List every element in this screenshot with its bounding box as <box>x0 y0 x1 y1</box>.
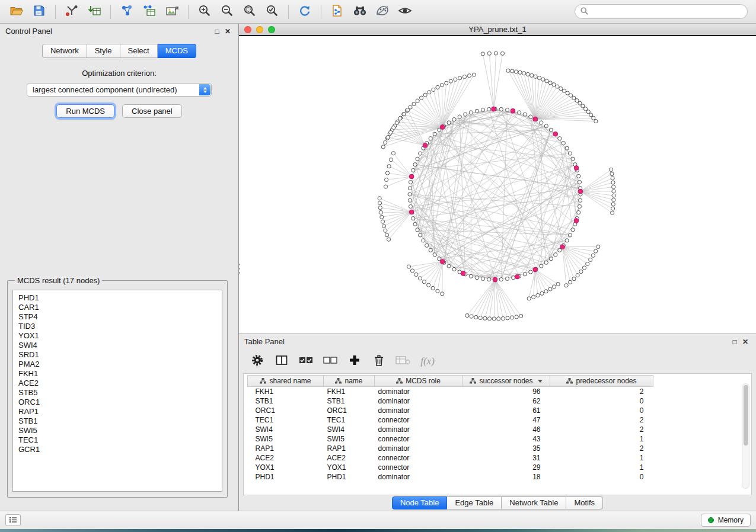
mcds-result-item[interactable]: FKH1 <box>13 369 222 379</box>
run-mcds-button[interactable]: Run MCDS <box>56 104 114 118</box>
status-menu-button[interactable] <box>5 514 21 526</box>
table-cell: STB1 <box>248 396 324 406</box>
mcds-result-item[interactable]: GCR1 <box>13 445 222 454</box>
optimization-criterion-select[interactable]: largest connected component (undirected) <box>27 83 212 97</box>
tab-select[interactable]: Select <box>120 44 158 58</box>
mcds-result-item[interactable]: TEC1 <box>13 435 222 445</box>
import-network-button[interactable] <box>61 3 82 21</box>
zoom-fit-button[interactable] <box>239 3 260 21</box>
mcds-result-item[interactable]: CAR1 <box>13 303 222 312</box>
network-titlebar[interactable]: YPA_prune.txt_1 <box>239 24 756 36</box>
table-row[interactable]: PHD1PHD1dominator180 <box>248 472 657 482</box>
mcds-result-item[interactable]: PMA2 <box>13 360 222 369</box>
zoom-out-button[interactable] <box>216 3 238 21</box>
memory-button[interactable]: Memory <box>701 514 751 527</box>
tab-edge-table[interactable]: Edge Table <box>447 496 502 509</box>
find-button[interactable] <box>349 3 371 21</box>
close-table-panel-icon[interactable]: ✕ <box>740 336 751 347</box>
table-panel-title: Table Panel <box>244 337 285 346</box>
export-image-button[interactable] <box>161 3 183 21</box>
node-table[interactable]: shared namenameMCDS rolesuccessor nodesp… <box>247 375 656 482</box>
column-header-shared-name[interactable]: shared name <box>248 376 324 387</box>
zoom-in-icon <box>198 4 211 19</box>
show-columns-button[interactable] <box>274 354 289 369</box>
table-row[interactable]: STB1STB1dominator620 <box>248 396 657 406</box>
table-cell: 29 <box>462 463 550 472</box>
table-row[interactable]: YOX1YOX1connector291 <box>248 463 657 472</box>
zoom-in-button[interactable] <box>194 3 215 21</box>
import-table-button[interactable] <box>84 3 105 21</box>
mcds-result-item[interactable]: STP4 <box>13 312 222 322</box>
table-cell: 31 <box>462 453 550 463</box>
mcds-result-item[interactable]: SWI4 <box>13 341 222 350</box>
table-row[interactable]: RAP1RAP1dominator352 <box>248 444 657 453</box>
tab-network[interactable]: Network <box>42 44 87 58</box>
float-table-panel-icon[interactable]: □ <box>729 336 740 347</box>
maximize-window-icon[interactable] <box>268 26 275 33</box>
mcds-result-list[interactable]: PHD1CAR1STP4TID3YOX1SWI4SRD1PMA2FKH1ACE2… <box>12 290 222 492</box>
close-panel-icon[interactable]: ✕ <box>222 26 233 37</box>
tab-style[interactable]: Style <box>87 44 120 58</box>
export-image-icon <box>165 5 179 18</box>
column-header-MCDS-role[interactable]: MCDS role <box>375 376 462 387</box>
open-session-button[interactable] <box>6 3 27 21</box>
mcds-result-item[interactable]: ORC1 <box>13 398 222 407</box>
mcds-result-title: MCDS result (17 nodes) <box>15 276 102 285</box>
mcds-result-item[interactable]: ACE2 <box>13 379 222 388</box>
deselect-all-columns-button[interactable] <box>323 354 338 369</box>
mcds-result-item[interactable]: STB5 <box>13 388 222 398</box>
float-panel-icon[interactable]: □ <box>212 26 222 37</box>
zoom-selected-button[interactable] <box>261 3 283 21</box>
table-cell: 2 <box>550 387 653 396</box>
eye-icon <box>398 5 412 18</box>
mcds-result-item[interactable]: SWI5 <box>13 426 222 435</box>
tab-node-table[interactable]: Node Table <box>392 496 448 509</box>
table-cell-filler <box>653 415 657 425</box>
close-panel-button[interactable]: Close panel <box>122 104 182 118</box>
new-network-button[interactable] <box>116 3 138 21</box>
main-area: Control Panel □ ✕ Network Style Select M… <box>0 24 756 511</box>
column-header-filler <box>653 376 657 387</box>
network-canvas[interactable] <box>239 36 756 334</box>
tab-network-table[interactable]: Network Table <box>502 496 566 509</box>
create-column-button[interactable] <box>347 354 362 369</box>
mcds-result-item[interactable]: TID3 <box>13 322 222 331</box>
table-row[interactable]: TEC1TEC1connector472 <box>248 415 657 425</box>
copy-style-button[interactable] <box>327 3 348 21</box>
mcds-result-item[interactable]: SRD1 <box>13 350 222 360</box>
refresh-layout-button[interactable] <box>294 3 315 21</box>
search-icon <box>580 7 588 17</box>
table-row[interactable]: ORC1ORC1dominator610 <box>248 406 657 415</box>
toolbar-separator <box>188 5 189 19</box>
list-menu-icon <box>9 516 17 525</box>
table-cell: 2 <box>550 425 653 434</box>
table-row[interactable]: ACE2ACE2connector311 <box>248 453 657 463</box>
panel-divider-grip[interactable] <box>237 264 241 274</box>
style-toggle-button[interactable] <box>372 3 393 21</box>
mcds-result-item[interactable]: STB1 <box>13 416 222 426</box>
show-hide-button[interactable] <box>394 3 416 21</box>
delete-column-button[interactable] <box>371 354 387 369</box>
mcds-result-item[interactable]: YOX1 <box>13 331 222 341</box>
column-header-name[interactable]: name <box>324 376 375 387</box>
node-table-header-row: shared namenameMCDS rolesuccessor nodesp… <box>248 376 657 387</box>
tab-mcds[interactable]: MCDS <box>158 44 196 58</box>
table-settings-button[interactable] <box>250 354 265 369</box>
save-session-button[interactable] <box>28 3 50 21</box>
clone-network-button[interactable] <box>139 3 160 21</box>
minimize-window-icon[interactable] <box>256 26 263 33</box>
column-header-predecessor-nodes[interactable]: predecessor nodes <box>550 376 653 387</box>
close-window-icon[interactable] <box>244 26 251 33</box>
column-header-successor-nodes[interactable]: successor nodes <box>462 376 550 387</box>
mcds-result-item[interactable]: PHD1 <box>13 293 222 303</box>
table-row[interactable]: SWI5SWI5connector431 <box>248 434 657 444</box>
table-row[interactable]: FKH1FKH1dominator962 <box>248 387 657 396</box>
tab-motifs[interactable]: Motifs <box>566 496 603 509</box>
node-table-area: shared namenameMCDS rolesuccessor nodesp… <box>243 373 752 495</box>
select-all-columns-button[interactable] <box>298 354 314 369</box>
table-row[interactable]: SWI4SWI4dominator462 <box>248 425 657 434</box>
search-input[interactable] <box>592 7 742 16</box>
table-scrollbar-thumb[interactable] <box>744 385 748 446</box>
mcds-result-item[interactable]: RAP1 <box>13 407 222 416</box>
table-scrollbar[interactable] <box>742 383 749 489</box>
